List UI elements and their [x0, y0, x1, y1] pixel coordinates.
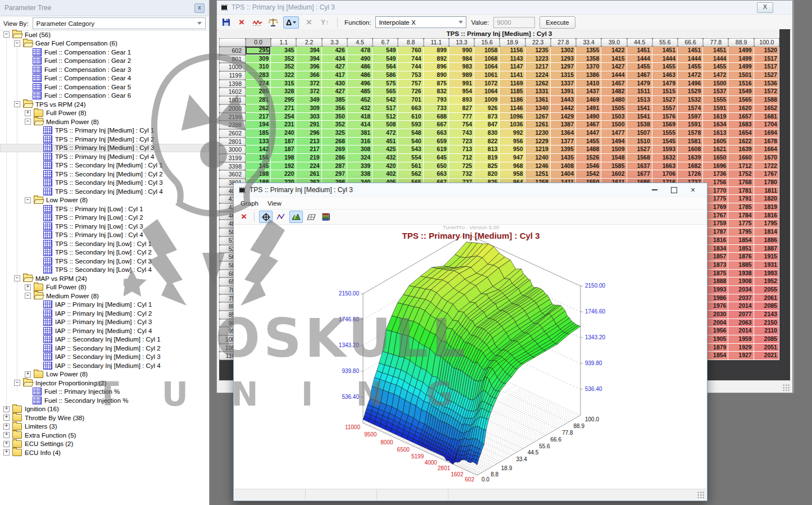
tree-item[interactable]: TPS :: Secondary Inj [Medium] : Cyl 2: [0, 170, 209, 179]
tree-item[interactable]: IAP :: Primary Inj [Medium] : Cyl 1: [0, 301, 209, 310]
tree-item[interactable]: +ECU Info (4): [0, 448, 209, 457]
column-header[interactable]: 33.4: [576, 38, 601, 47]
table-cell[interactable]: 1009: [474, 96, 500, 104]
table-cell[interactable]: 1706: [652, 170, 678, 179]
table-cell[interactable]: 1605: [703, 138, 728, 146]
table-cell[interactable]: 1147: [500, 63, 525, 71]
table-cell[interactable]: 1515: [652, 88, 678, 96]
tree-item[interactable]: IAP :: Secondary Inj [Medium] : Cyl 3: [0, 353, 209, 362]
table-cell[interactable]: 540: [398, 138, 423, 146]
column-header[interactable]: 88.9: [728, 38, 754, 47]
table-cell[interactable]: 517: [373, 104, 398, 113]
table-cell[interactable]: 1444: [678, 55, 703, 63]
table-cell[interactable]: 899: [424, 47, 449, 55]
table-cell[interactable]: 1572: [754, 88, 779, 96]
expand-icon[interactable]: +: [3, 415, 10, 421]
table-cell[interactable]: 192: [271, 162, 296, 171]
table-cell[interactable]: 1156: [500, 47, 525, 55]
table-cell[interactable]: 825: [474, 162, 500, 171]
close-button[interactable]: ×: [683, 184, 702, 196]
table-cell[interactable]: 1767: [754, 170, 779, 179]
table-cell[interactable]: 427: [322, 88, 347, 96]
table-cell[interactable]: 1781: [728, 187, 754, 195]
row-header[interactable]: 1801: [219, 96, 246, 104]
table-cell[interactable]: 271: [271, 104, 296, 113]
table-cell[interactable]: 425: [373, 145, 398, 154]
table-cell[interactable]: 286: [322, 154, 347, 162]
table-cell[interactable]: 1358: [576, 55, 601, 63]
table-cell[interactable]: 1537: [703, 88, 728, 96]
table-cell[interactable]: 619: [424, 145, 449, 154]
table-cell[interactable]: 1141: [500, 71, 525, 80]
table-cell[interactable]: 1355: [576, 47, 601, 55]
tree-item[interactable]: +ECU Settings (2): [0, 440, 209, 449]
table-cell[interactable]: 478: [347, 47, 373, 55]
table-cell[interactable]: 2150: [754, 319, 779, 327]
row-header[interactable]: 1000: [219, 63, 246, 71]
tree-item[interactable]: −Gear Fuel Compensation (6): [0, 39, 209, 48]
expand-icon[interactable]: +: [3, 441, 10, 447]
table-cell[interactable]: 402: [373, 170, 398, 179]
table-cell[interactable]: 667: [424, 121, 449, 129]
table-cell[interactable]: 2077: [728, 311, 754, 319]
table-cell[interactable]: 1479: [627, 80, 652, 88]
table-cell[interactable]: 496: [347, 80, 373, 88]
table-cell[interactable]: 1500: [601, 121, 627, 129]
table-cell[interactable]: 432: [373, 154, 398, 162]
compare-mode-button[interactable]: Δ: [283, 16, 299, 29]
tree-item[interactable]: Fuel :: Compensation : Gear 3: [0, 65, 209, 74]
column-header[interactable]: 4.5: [347, 38, 373, 47]
table-cell[interactable]: 133: [246, 138, 271, 146]
table-cell[interactable]: 890: [424, 71, 449, 80]
table-cell[interactable]: 1619: [703, 113, 728, 121]
row-header[interactable]: 2602: [219, 129, 246, 138]
collapse-icon[interactable]: −: [25, 293, 31, 299]
table-cell[interactable]: 490: [347, 55, 373, 63]
table-cell[interactable]: 432: [347, 104, 373, 113]
table-cell[interactable]: 2051: [754, 344, 779, 352]
table-cell[interactable]: 430: [322, 80, 347, 88]
table-cell[interactable]: 1915: [754, 253, 779, 261]
table-cell[interactable]: 1517: [754, 63, 779, 71]
collapse-icon[interactable]: −: [25, 197, 31, 203]
table-cell[interactable]: 1262: [525, 80, 551, 88]
table-cell[interactable]: 1427: [601, 63, 627, 71]
table-cell[interactable]: 744: [398, 55, 423, 63]
table-cell[interactable]: 1670: [754, 154, 779, 162]
table-cell[interactable]: 2085: [754, 335, 779, 344]
table-cell[interactable]: 1952: [754, 277, 779, 286]
table-cell[interactable]: 309: [296, 104, 321, 113]
trace-icon[interactable]: [252, 17, 263, 28]
table-cell[interactable]: 1876: [728, 253, 754, 261]
table-cell[interactable]: 1726: [678, 170, 703, 179]
tree-item[interactable]: IAP :: Primary Inj [Medium] : Cyl 4: [0, 326, 209, 335]
table-cell[interactable]: 1639: [678, 154, 703, 162]
table-cell[interactable]: 1538: [627, 121, 652, 129]
tree-item[interactable]: +Low Power (8): [0, 370, 209, 379]
function-select[interactable]: Interpolate X: [375, 16, 466, 28]
table-cell[interactable]: 830: [474, 129, 500, 138]
table-cell[interactable]: 451: [373, 138, 398, 146]
table-cell[interactable]: 1261: [525, 121, 551, 129]
table-cell[interactable]: 827: [449, 104, 474, 113]
tree-item[interactable]: TPS :: Primary Inj [Medium] : Cyl 1: [0, 126, 209, 135]
table-cell[interactable]: 310: [246, 63, 271, 71]
table-cell[interactable]: 777: [449, 113, 474, 121]
table-cell[interactable]: 188: [246, 170, 271, 179]
table-cell[interactable]: 2037: [728, 294, 754, 303]
table-cell[interactable]: 1455: [576, 138, 601, 146]
table-cell[interactable]: 1632: [652, 154, 678, 162]
table-cell[interactable]: 1499: [728, 55, 754, 63]
table-cell[interactable]: 1463: [652, 71, 678, 80]
expand-icon[interactable]: +: [25, 110, 31, 116]
row-header[interactable]: 3602: [219, 170, 246, 179]
table-cell[interactable]: 1541: [627, 104, 652, 113]
table-cell[interactable]: 1499: [728, 47, 754, 55]
table-cell[interactable]: 1814: [754, 228, 779, 236]
table-cell[interactable]: 1545: [652, 138, 678, 146]
table-cell[interactable]: 512: [373, 113, 398, 121]
table-cell[interactable]: 659: [424, 138, 449, 146]
table-cell[interactable]: 1591: [678, 121, 703, 129]
table-cell[interactable]: 1444: [652, 55, 678, 63]
table-cell[interactable]: 434: [322, 55, 347, 63]
